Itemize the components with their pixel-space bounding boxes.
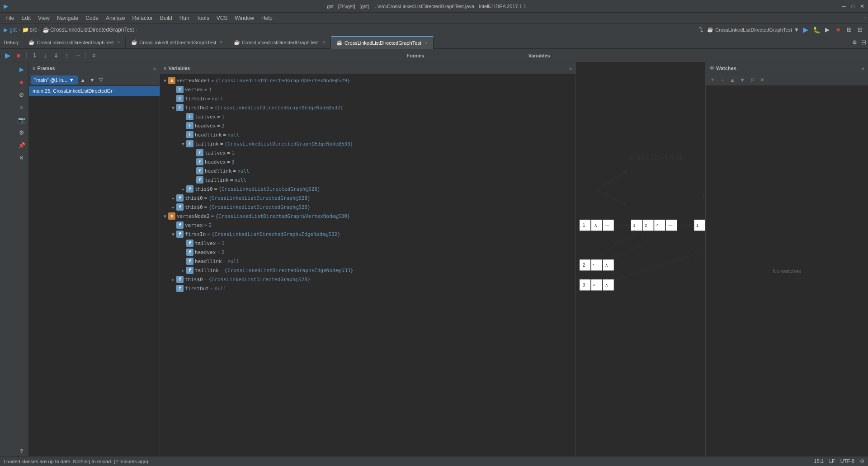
menu-help[interactable]: Help	[258, 14, 276, 22]
var-row[interactable]: ▼ f taillink = {CrossLinkedListDirectedG…	[160, 139, 576, 148]
var-row[interactable]: ► f taillink = {CrossLinkedListDirectedG…	[160, 266, 576, 275]
step-into-btn[interactable]: ↓	[40, 51, 50, 61]
help-btn[interactable]: ?	[17, 446, 27, 456]
nav-file[interactable]: CrossLinkedListDirectedGraphTest	[50, 27, 134, 33]
var-row[interactable]: f taillink = null	[160, 175, 576, 184]
menu-navigate[interactable]: Navigate	[53, 14, 82, 22]
layout-icon[interactable]: ⊟	[859, 38, 868, 47]
var-row[interactable]: f tailvex = 1	[160, 148, 576, 157]
mute-breakpoints-btn[interactable]: ○	[17, 102, 27, 112]
var-row[interactable]: ▼ ≡ vertexNode2 = {CrossLinkedListDirect…	[160, 212, 576, 221]
copy-watch-btn[interactable]: ⎘	[748, 76, 756, 84]
maximize-button[interactable]: □	[851, 3, 854, 9]
debug-tab-3[interactable]: ☕ CrossLinkedListDirectedGraphTest ×	[228, 36, 331, 49]
run-config-name[interactable]: CrossLinkedListDirectedGraphTest	[715, 27, 792, 33]
var-row[interactable]: f headllink = null	[160, 130, 576, 139]
var-row[interactable]: f headvex = 2	[160, 248, 576, 257]
get-thread-dump-btn[interactable]: 📷	[17, 115, 27, 125]
debug-run-button[interactable]: 🐛	[812, 25, 821, 34]
layout-btn1[interactable]: ⊞	[844, 25, 854, 34]
close-sidebar-btn[interactable]: ✕	[17, 153, 27, 163]
debug-tab-2[interactable]: ☕ CrossLinkedListDirectedGraphTest ×	[126, 36, 228, 49]
var-row[interactable]: ▼ ≡ vertexNode1 = {CrossLinkedListDirect…	[160, 76, 576, 85]
frame-item-main[interactable]: main:25, CrossLinkedListDirectedGr	[29, 86, 160, 96]
menu-file[interactable]: File	[2, 14, 18, 22]
line-separator[interactable]: LF	[829, 458, 835, 464]
step-over-btn[interactable]: ⤵	[29, 51, 39, 61]
menu-refactor[interactable]: Refactor	[129, 14, 156, 22]
var-row[interactable]: f headvex = 3	[160, 157, 576, 166]
menu-analyze[interactable]: Analyze	[102, 14, 129, 22]
dropdown-icon[interactable]: ▼	[794, 27, 799, 33]
var-row[interactable]: ► f this$0 = {CrossLinkedListDirectedGra…	[160, 184, 576, 193]
close-icon-2[interactable]: ×	[220, 40, 222, 45]
remove-watch-btn[interactable]: −	[718, 76, 726, 84]
menu-build[interactable]: Build	[156, 14, 176, 22]
evaluate-btn[interactable]: ⌗	[89, 51, 99, 61]
close-icon-4[interactable]: ×	[425, 40, 428, 45]
nav-project[interactable]: gst	[9, 27, 17, 33]
add-watch-btn[interactable]: +	[708, 76, 717, 84]
var-row[interactable]: ► f this$0 = {CrossLinkedListDirectedGra…	[160, 202, 576, 212]
menu-edit[interactable]: Edit	[18, 14, 34, 22]
var-row[interactable]: f tailvex = 1	[160, 239, 576, 248]
resume-btn[interactable]: ▶	[3, 51, 13, 61]
close-icon-3[interactable]: ×	[322, 40, 325, 45]
menu-view[interactable]: View	[34, 14, 53, 22]
layout-btn2[interactable]: ⊟	[855, 25, 864, 34]
var-row[interactable]: ► f this$0 = {CrossLinkedListDirectedGra…	[160, 275, 576, 284]
run-coverage-button[interactable]: ▶	[823, 25, 832, 34]
menu-run[interactable]: Run	[176, 14, 193, 22]
pin-btn[interactable]: 📌	[17, 140, 27, 150]
var-row[interactable]: f headllink = null	[160, 166, 576, 175]
close-button[interactable]: ✕	[860, 3, 864, 9]
view-breakpoints-btn[interactable]: ⊘	[17, 89, 27, 99]
var-row[interactable]: f headllink = null	[160, 257, 576, 266]
var-row[interactable]: f tailvex = 1	[160, 112, 576, 121]
encoding[interactable]: UTF-8	[840, 458, 854, 464]
var-row[interactable]: f vertex = 2	[160, 221, 576, 230]
run-to-cursor-btn[interactable]: →	[73, 51, 83, 61]
settings-sidebar-btn[interactable]: ⚙	[17, 127, 27, 137]
var-row[interactable]: ▼ f firssIn = {CrossLinkedListDirectedGr…	[160, 230, 576, 239]
thread-dropdown-icon[interactable]: ▼	[69, 77, 74, 83]
stop-debug-btn[interactable]: ■	[14, 51, 24, 61]
menu-code[interactable]: Code	[82, 14, 102, 22]
watches-collapse-btn[interactable]: «	[862, 66, 864, 71]
debug-tab-1[interactable]: ☕ CrossLinkedListDirectedGraphTest ×	[23, 36, 126, 49]
down-btn[interactable]: ▼	[88, 75, 97, 85]
svg-text:∧: ∧	[594, 223, 597, 228]
menu-tools[interactable]: Tools	[193, 14, 213, 22]
force-step-into-btn[interactable]: ⇓	[51, 51, 61, 61]
var-row[interactable]: f firstOut = null	[160, 284, 576, 293]
sync-icon[interactable]: ⇅	[696, 25, 705, 34]
stop-sidebar-btn[interactable]: ■	[17, 77, 27, 87]
var-row[interactable]: f firssIn = null	[160, 94, 576, 103]
resume-sidebar-btn[interactable]: ▶	[17, 64, 27, 74]
menu-window[interactable]: Window	[231, 14, 258, 22]
indent-settings[interactable]: ⚙	[860, 458, 864, 464]
filter-btn[interactable]: ▽	[97, 75, 104, 85]
close-icon-1[interactable]: ×	[117, 40, 120, 45]
frames-collapse-btn[interactable]: «	[153, 66, 156, 71]
var-row[interactable]: f vertex = 1	[160, 85, 576, 94]
stop-button[interactable]: ■	[834, 25, 843, 34]
debug-tab-4[interactable]: ☕ CrossLinkedListDirectedGraphTest ×	[331, 36, 434, 49]
nav-src[interactable]: src	[30, 27, 37, 33]
up-btn[interactable]: ▲	[79, 75, 87, 85]
menu-vcs[interactable]: VCS	[213, 14, 231, 22]
run-button[interactable]: ▶	[801, 25, 810, 34]
settings-icon[interactable]: ⚙	[850, 38, 859, 47]
clear-watch-btn[interactable]: ✕	[758, 76, 766, 84]
var-row[interactable]: ► f this$0 = {CrossLinkedListDirectedGra…	[160, 193, 576, 202]
minimize-button[interactable]: ─	[842, 3, 846, 9]
vars-collapse-btn[interactable]: «	[569, 66, 572, 71]
var-row[interactable]: f headvex = 2	[160, 121, 576, 130]
var-row[interactable]: ▼ f firstOut = {CrossLinkedListDirectedG…	[160, 103, 576, 112]
up-watch-btn[interactable]: ▲	[728, 76, 736, 84]
thread-selector[interactable]: "main" @1 in... ▼	[31, 75, 78, 85]
down-watch-btn[interactable]: ▼	[738, 76, 746, 84]
step-out-btn[interactable]: ↑	[62, 51, 72, 61]
svg-text:1: 1	[596, 187, 599, 193]
cursor-position[interactable]: 15:1	[814, 458, 824, 464]
